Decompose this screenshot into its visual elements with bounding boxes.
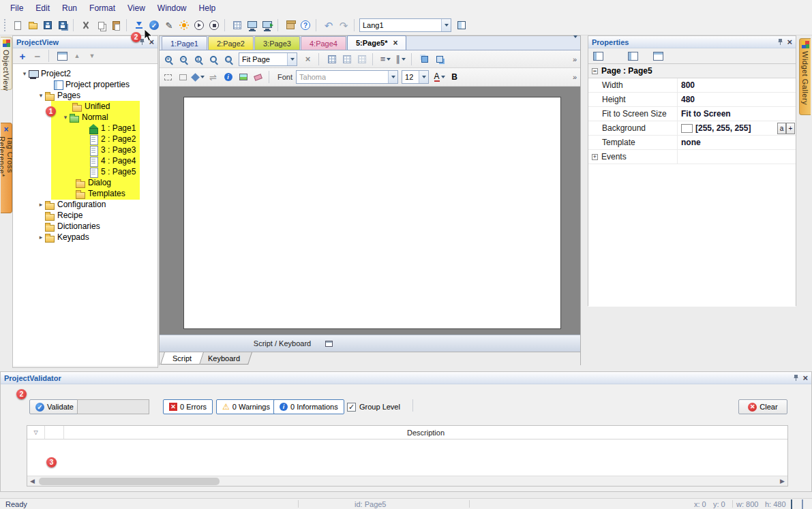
editor-tab-page4[interactable]: 4:Page4: [301, 36, 346, 50]
editor-tab-page2[interactable]: 2:Page2: [208, 36, 254, 50]
tree-item-4-page4[interactable]: 4 : Page4: [13, 155, 157, 166]
add-icon[interactable]: +: [16, 50, 29, 62]
zoom-in-icon[interactable]: +: [161, 52, 175, 66]
undo-icon[interactable]: ↶: [321, 18, 336, 33]
cut-icon[interactable]: [78, 18, 93, 33]
editor-tab-page3[interactable]: 3:Page3: [254, 36, 300, 50]
property-row-events[interactable]: +Events: [588, 150, 796, 164]
package-icon[interactable]: [283, 18, 298, 33]
send-to-back-icon[interactable]: [432, 52, 447, 66]
status-grid-icon[interactable]: [802, 500, 810, 508]
property-pages-icon[interactable]: [651, 50, 665, 62]
move-down-icon[interactable]: ▼: [85, 50, 99, 62]
zoom-region-icon[interactable]: □: [221, 52, 235, 66]
expander-icon[interactable]: ▸: [37, 234, 45, 241]
undock-icon[interactable]: [325, 341, 333, 347]
group-level-checkbox[interactable]: ✓ Group Level: [347, 399, 400, 414]
menu-run[interactable]: Run: [56, 1, 83, 15]
background-value[interactable]: [255, 255, 255]: [695, 123, 751, 133]
pin-icon[interactable]: [793, 374, 799, 382]
tree-item-dictionaries[interactable]: Dictionaries: [13, 221, 157, 232]
close-icon[interactable]: ×: [787, 37, 792, 46]
toolbar-grip[interactable]: [4, 19, 7, 31]
description-column-header[interactable]: Description: [64, 426, 787, 439]
status-display-icon[interactable]: [791, 500, 799, 508]
info-icon[interactable]: i: [221, 70, 235, 84]
simulator-icon[interactable]: [260, 18, 275, 33]
editor-tab-page5[interactable]: 5:Page5*×: [347, 35, 407, 50]
menu-edit[interactable]: Edit: [29, 1, 56, 15]
tree-item-5-page5[interactable]: 5 : Page5: [13, 166, 157, 177]
tab-list-dropdown-icon[interactable]: [573, 38, 577, 48]
grid-icon[interactable]: [230, 18, 245, 33]
frame-icon[interactable]: [176, 70, 190, 84]
clear-button[interactable]: ✕ Clear: [738, 399, 787, 414]
expander-icon[interactable]: ▾: [37, 92, 45, 99]
tree-item-pages[interactable]: ▾Pages: [13, 90, 157, 101]
build-icon[interactable]: [177, 18, 192, 33]
pin-icon[interactable]: [777, 38, 783, 46]
informations-filter-button[interactable]: i 0 Informations: [273, 399, 344, 414]
dock-tab-widget-gallery[interactable]: Widget Gallery: [799, 38, 811, 115]
toolbar-overflow-icon[interactable]: »: [573, 55, 579, 63]
menu-help[interactable]: Help: [193, 1, 222, 15]
checkbox-checked-icon[interactable]: ✓: [347, 403, 356, 412]
validate-button[interactable]: ✓ Validate: [29, 399, 80, 414]
language-select[interactable]: Lang1: [359, 18, 451, 32]
chevron-down-icon[interactable]: [287, 53, 297, 65]
display-icon[interactable]: [245, 18, 260, 33]
remove-icon[interactable]: −: [31, 50, 44, 62]
tree-item-templates[interactable]: Templates: [13, 188, 157, 199]
tree-item-unified[interactable]: Unified: [13, 101, 157, 112]
tree-item-2-page2[interactable]: 2 : Page2: [13, 134, 157, 144]
tree-item-configuration[interactable]: ▸Configuration: [13, 199, 157, 210]
view-mode-icon[interactable]: [55, 50, 69, 62]
page-surface[interactable]: [183, 97, 561, 329]
new-icon[interactable]: [10, 18, 25, 33]
horizontal-scrollbar[interactable]: ◀ ▶: [27, 476, 787, 486]
menu-format[interactable]: Format: [83, 1, 121, 15]
font-size-select[interactable]: 12: [402, 70, 429, 84]
script-keyboard-splitter[interactable]: Script / Keyboard: [160, 335, 580, 352]
tree-item-3-page3[interactable]: 3 : Page3: [13, 144, 157, 155]
align-menu-icon[interactable]: ≡: [378, 52, 393, 66]
move-up-icon[interactable]: ▲: [70, 50, 84, 62]
property-row-height[interactable]: Height 480: [588, 93, 796, 107]
zoom-select[interactable]: Fit Page: [239, 52, 297, 66]
dock-tab-tag-cross-reference[interactable]: × Tag Cross Reference*: [1, 123, 12, 213]
collapse-icon[interactable]: −: [592, 68, 598, 74]
expander-icon[interactable]: ▾: [61, 114, 70, 121]
tree-item-dialog[interactable]: Dialog: [13, 177, 157, 188]
icon-column-header[interactable]: [45, 426, 64, 439]
image-icon[interactable]: [236, 70, 250, 84]
menu-view[interactable]: View: [121, 1, 151, 15]
distribute-menu-icon[interactable]: ∥: [393, 52, 408, 66]
font-color-icon[interactable]: A: [432, 70, 447, 84]
flip-icon[interactable]: ⇌: [206, 70, 220, 84]
tree-item-keypads[interactable]: ▸Keypads: [13, 232, 157, 243]
stop-icon[interactable]: [207, 18, 222, 33]
chevron-down-icon[interactable]: [441, 19, 451, 31]
scroll-left-icon[interactable]: ◀: [27, 476, 37, 486]
property-row-template[interactable]: Template none: [588, 136, 796, 150]
save-all-icon[interactable]: [55, 18, 70, 33]
redo-icon[interactable]: ↷: [336, 18, 351, 33]
expander-icon[interactable]: ▾: [20, 70, 29, 77]
filter-column-header[interactable]: ▽: [27, 426, 45, 439]
zoom-100-icon[interactable]: 1: [191, 52, 205, 66]
help-icon[interactable]: ?: [298, 18, 313, 33]
run-icon[interactable]: [192, 18, 207, 33]
expand-icon[interactable]: +: [592, 154, 598, 160]
color-swatch[interactable]: [681, 124, 693, 133]
delete-icon[interactable]: ×: [301, 52, 315, 66]
property-row-fit-to-screen[interactable]: Fit to Screen Size Fit to Screen: [588, 107, 796, 121]
scroll-right-icon[interactable]: ▶: [777, 476, 787, 486]
design-canvas[interactable]: [160, 87, 580, 335]
warnings-filter-button[interactable]: ⚠ 0 Warnings: [216, 399, 276, 414]
tree-item-project-properties[interactable]: Project properties: [13, 79, 157, 90]
open-icon[interactable]: [25, 18, 40, 33]
paste-icon[interactable]: [108, 18, 123, 33]
scrollbar-thumb[interactable]: [39, 478, 220, 485]
property-row-width[interactable]: Width 800: [588, 78, 796, 93]
tree-item-recipe[interactable]: Recipe: [13, 210, 157, 221]
